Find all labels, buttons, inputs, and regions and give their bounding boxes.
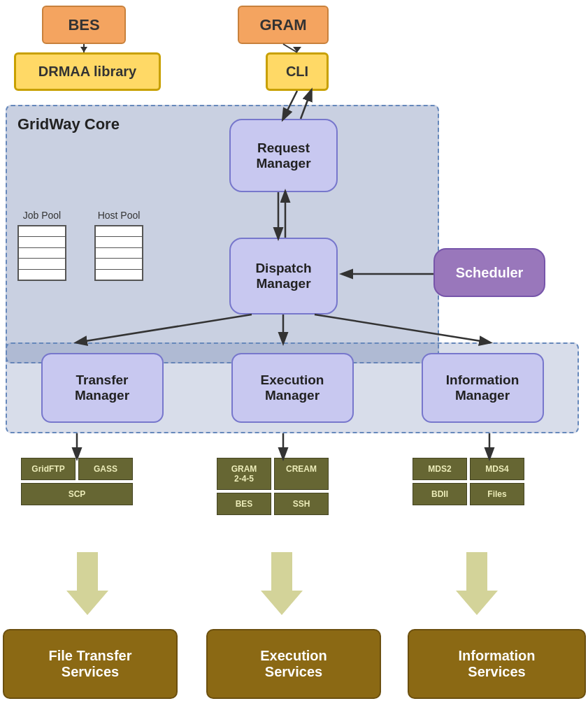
gram-box: GRAM (238, 6, 329, 44)
managers-container: TransferManager ExecutionManager Informa… (6, 342, 579, 433)
drmaa-box: DRMAA library (14, 52, 161, 91)
cream-box: CREAM (274, 458, 329, 490)
svg-line-2 (283, 44, 297, 52)
mds4-box: MDS4 (470, 458, 524, 480)
transfer-fat-arrow (66, 552, 108, 615)
scheduler-label: Scheduler (456, 265, 524, 281)
host-pool: Host Pool (94, 210, 143, 281)
gram245-box: GRAM2-4-5 (217, 458, 271, 490)
cli-box: CLI (266, 52, 329, 91)
gridftp-box: GridFTP (21, 458, 76, 480)
bes-svc-box: BES (217, 493, 271, 515)
transfer-manager-label: TransferManager (75, 373, 129, 403)
execution-services-box: ExecutionServices (206, 629, 381, 699)
information-manager-label: InformationManager (446, 373, 519, 403)
svg-marker-1 (80, 47, 87, 52)
execution-manager-box: ExecutionManager (231, 353, 354, 423)
svg-marker-3 (293, 47, 301, 52)
drmaa-label: DRMAA library (38, 64, 136, 80)
information-fat-arrow (456, 552, 498, 615)
information-service-grid: MDS2 MDS4 BDII Files (413, 458, 524, 505)
bdii-box: BDII (413, 483, 467, 505)
bes-label: BES (68, 16, 99, 34)
request-manager-box: RequestManager (229, 119, 338, 192)
ssh-box: SSH (274, 493, 329, 515)
pool-container: Job Pool Host Pool (17, 210, 143, 281)
request-manager-label: RequestManager (256, 140, 310, 171)
file-transfer-services-label: File TransferServices (49, 648, 132, 680)
transfer-service-grid: GridFTP GASS SCP (21, 458, 133, 505)
file-transfer-services-box: File TransferServices (3, 629, 178, 699)
bes-box: BES (42, 6, 126, 44)
gridway-core-label: GridWay Core (17, 115, 120, 133)
scp-box: SCP (21, 483, 133, 505)
execution-services-label: ExecutionServices (260, 648, 327, 680)
job-pool-label: Job Pool (23, 210, 61, 221)
execution-manager-label: ExecutionManager (261, 373, 324, 403)
diagram: BES GRAM DRMAA library CLI GridWay Core … (0, 0, 588, 701)
job-pool-table (17, 225, 66, 281)
job-pool: Job Pool (17, 210, 66, 281)
dispatch-manager-label: DispatchManager (255, 261, 311, 291)
cli-label: CLI (286, 64, 308, 80)
execution-fat-arrow (261, 552, 303, 615)
host-pool-table (94, 225, 143, 281)
information-manager-box: InformationManager (422, 353, 544, 423)
scheduler-box: Scheduler (433, 248, 545, 297)
files-box: Files (470, 483, 524, 505)
dispatch-manager-box: DispatchManager (229, 238, 338, 315)
information-services-label: InformationServices (459, 648, 536, 680)
information-services-box: InformationServices (408, 629, 586, 699)
gass-box: GASS (78, 458, 133, 480)
gram-label: GRAM (259, 16, 306, 34)
execution-service-grid: GRAM2-4-5 CREAM BES SSH (217, 458, 329, 515)
host-pool-label: Host Pool (98, 210, 141, 221)
mds2-box: MDS2 (413, 458, 467, 480)
transfer-manager-box: TransferManager (41, 353, 164, 423)
